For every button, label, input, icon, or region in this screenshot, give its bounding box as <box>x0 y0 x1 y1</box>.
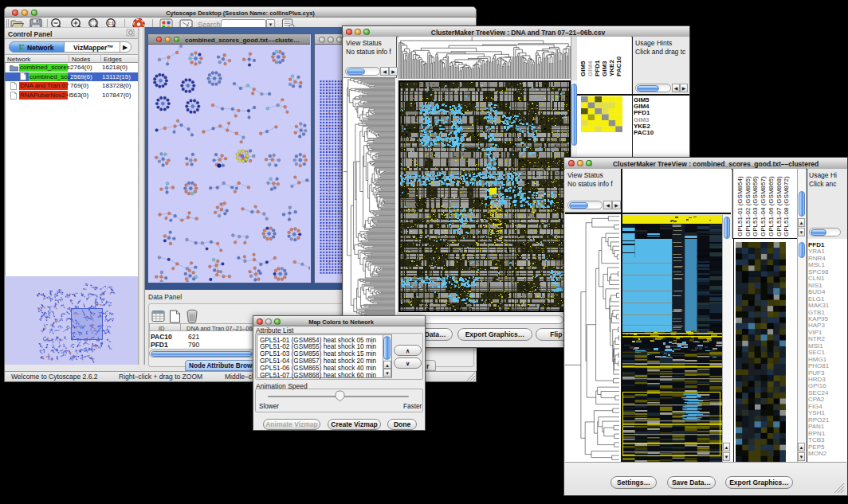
svg-text:1:1: 1:1 <box>108 21 114 25</box>
